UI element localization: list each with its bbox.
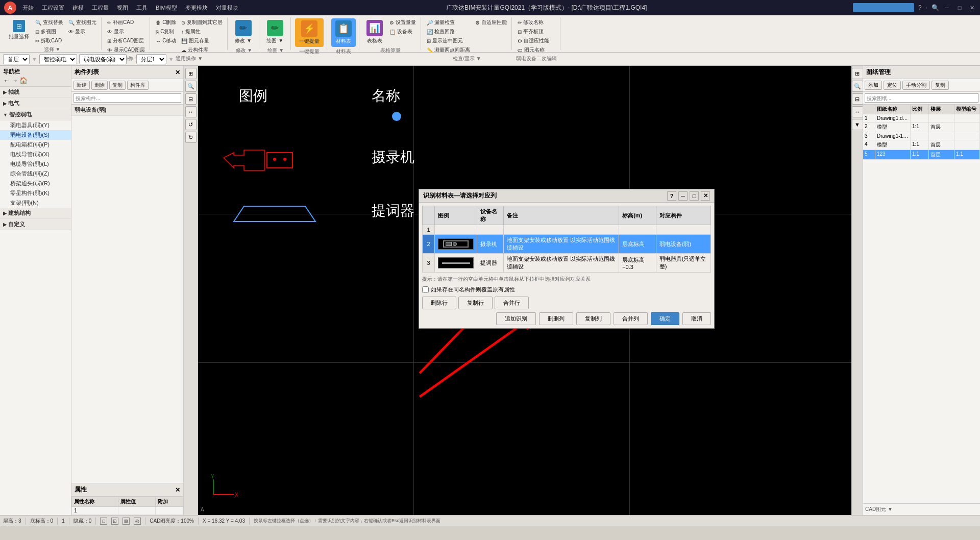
get-property-btn[interactable]: ↑提属性 — [180, 28, 224, 36]
sidebar-back-btn[interactable]: ← — [3, 77, 10, 84]
materials-btn[interactable]: 📋 材料表 — [331, 18, 356, 47]
c-copy-btn[interactable]: ⎘C复制 — [154, 28, 178, 36]
subcategory-select[interactable]: 弱电设备(弱) — [79, 54, 127, 64]
copy-drawing-btn[interactable]: 复制 — [932, 81, 949, 90]
find-element-btn[interactable]: 🔍查找图元 — [67, 18, 98, 27]
merge-col-btn[interactable]: 合并列 — [614, 312, 648, 325]
drawing-row-1[interactable]: 1 Drawing1.dwg — [863, 114, 980, 122]
add-recognize-btn[interactable]: 追加识别 — [496, 312, 536, 325]
cad-strip-btn-6[interactable]: ↻ — [185, 132, 197, 143]
search-btn[interactable]: 🔍 — [932, 4, 939, 11]
delete-col-btn[interactable]: 删删列 — [539, 312, 573, 325]
dialog-minimize-btn[interactable]: ─ — [678, 191, 688, 201]
c-move-btn[interactable]: ↔C移动 — [154, 37, 178, 45]
settings-btn[interactable]: · — [926, 4, 927, 11]
dialog-row-2[interactable]: 2 摄录机 地面支架安装或移动放置 以实际活动范围线缆辅设 层底标高 — [423, 235, 711, 254]
measure-dist-btn[interactable]: 📏测量两点间距离 — [425, 46, 472, 54]
copy-circle-btn[interactable]: ⊙复制圆到其它层 — [180, 18, 224, 27]
new-component-btn[interactable]: 新建 — [74, 81, 90, 90]
dialog-restore-btn[interactable]: □ — [690, 191, 699, 201]
menu-project[interactable]: 工程设置 — [40, 4, 66, 12]
sidebar-building[interactable]: ▶ 建筑结构 — [0, 208, 71, 219]
draw-btn[interactable]: ✏ 绘图 ▼ — [263, 18, 286, 46]
menu-compare[interactable]: 对量模块 — [214, 4, 240, 12]
sidebar-eq-s[interactable]: 弱电设备(弱)(S) — [0, 130, 71, 140]
menu-build[interactable]: 建模 — [70, 4, 86, 12]
element-name-btn[interactable]: 🏷图元名称 — [516, 46, 551, 54]
drawing-row-5[interactable]: 5 123 1:1 首层 1.1 — [863, 150, 980, 160]
cloud-lib-btn[interactable]: ☁云构件库 — [180, 46, 224, 54]
adaptive2-btn[interactable]: ⚙自适应性能 — [516, 37, 551, 45]
adaptive-btn[interactable]: ⚙自适应性能 — [474, 18, 508, 27]
sidebar-eq-k[interactable]: 零星构件(弱)(K) — [0, 188, 71, 198]
show-mid-btn[interactable]: ⊞显示连中图元 — [425, 37, 472, 45]
sidebar-home-btn[interactable]: 🏠 — [19, 77, 28, 84]
cad-strip-btn-3[interactable]: ⊟ — [185, 93, 197, 105]
find-replace-btn[interactable]: 🔍查找替换 — [34, 18, 65, 27]
element-store-btn[interactable]: 💾图元存量 — [180, 37, 224, 45]
user-area[interactable] — [853, 3, 914, 12]
copy-component-btn[interactable]: 复制 — [109, 81, 126, 90]
sidebar-eq-n[interactable]: 支架(弱)(N) — [0, 198, 71, 208]
category-select[interactable]: 智控弱电 — [39, 54, 77, 64]
confirm-btn[interactable]: 确定 — [651, 312, 679, 325]
sidebar-eq-x[interactable]: 电线导管(弱)(X) — [0, 150, 71, 159]
right-strip-btn-5[interactable]: ▼ — [852, 119, 863, 130]
device-table-btn[interactable]: 📋设备表 — [388, 28, 418, 36]
cad-strip-btn-2[interactable]: 🔍 — [185, 81, 197, 92]
c-delete-btn[interactable]: 🗑C删除 — [154, 18, 178, 27]
minimize-btn[interactable]: ─ — [943, 4, 951, 12]
show-layer-btn[interactable]: 👁显示 — [106, 28, 146, 36]
right-strip-btn-4[interactable]: ↔ — [852, 106, 863, 117]
drawing-row-2[interactable]: 2 模型 1:1 首层 — [863, 122, 980, 132]
modify-name-btn[interactable]: ✏修改名称 — [516, 18, 551, 27]
set-quantity-btn[interactable]: ⚙设置量量 — [388, 18, 418, 27]
sidebar-forward-btn[interactable]: → — [11, 77, 18, 84]
drawings-search-input[interactable] — [865, 93, 978, 103]
sidebar-custom[interactable]: ▶ 自定义 — [0, 219, 71, 230]
right-strip-btn-2[interactable]: 🔍 — [852, 81, 863, 92]
sidebar-electric[interactable]: ▶ 电气 — [0, 98, 71, 109]
sidebar-axis[interactable]: ▶ 轴线 — [0, 87, 71, 98]
delete-component-btn[interactable]: 删除 — [91, 81, 108, 90]
cancel-btn[interactable]: 取消 — [682, 312, 711, 325]
sidebar-smart[interactable]: ▼ 智控弱电 — [0, 109, 71, 120]
sidebar-eq-z[interactable]: 综合管线(弱)(Z) — [0, 169, 71, 179]
modify-btn[interactable]: ✏ 修改 ▼ — [232, 18, 255, 46]
batch-select-btn[interactable]: ⊞ 批量选择 — [6, 18, 32, 42]
props-close[interactable]: ✕ — [175, 486, 180, 494]
dialog-close-btn[interactable]: ✕ — [701, 191, 710, 201]
close-btn[interactable]: ✕ — [968, 4, 976, 12]
menu-bim[interactable]: BIM模型 — [154, 4, 179, 12]
sublayer-select[interactable]: 分层1 — [136, 54, 166, 64]
repaint-cad-btn[interactable]: ✏补画CAD — [106, 18, 146, 27]
status-icon-2[interactable]: ⊡ — [111, 518, 118, 525]
comp-search-input[interactable] — [74, 93, 181, 103]
dialog-row-1[interactable]: 1 — [423, 225, 711, 235]
multi-view-btn[interactable]: ⊟多视图 — [34, 28, 65, 36]
component-panel-close[interactable]: ✕ — [175, 69, 180, 76]
cad-strip-btn-5[interactable]: ↺ — [185, 119, 197, 130]
comp-category[interactable]: 弱电设备(弱) — [71, 105, 183, 116]
qtable-btn[interactable]: 📊 表格表 — [363, 18, 386, 46]
copy-col-btn[interactable]: 复制列 — [576, 312, 610, 325]
menu-quantity[interactable]: 工程量 — [90, 4, 111, 12]
menu-start[interactable]: 开始 — [20, 4, 36, 12]
show-btn[interactable]: 👁显示 — [67, 28, 98, 36]
status-icon-3[interactable]: ⊠ — [122, 518, 130, 525]
menu-view[interactable]: 视图 — [115, 4, 130, 12]
overwrite-checkbox[interactable] — [422, 286, 429, 293]
check-circuit-btn[interactable]: 🔄检查回路 — [425, 28, 472, 36]
onekey-btn[interactable]: ⚡ 一键提量 — [295, 18, 324, 47]
sidebar-eq-l[interactable]: 电缆导管(弱)(L) — [0, 159, 71, 169]
right-strip-btn-3[interactable]: ⊟ — [852, 93, 863, 105]
cad-strip-btn-1[interactable]: ⊞ — [185, 68, 197, 79]
analyze-cad-btn[interactable]: ⊞分析CAD图层 — [106, 37, 146, 45]
manual-split-btn[interactable]: 手动分割 — [902, 81, 930, 90]
merge-row-btn[interactable]: 合并行 — [495, 297, 529, 309]
sidebar-eq-r[interactable]: 桥架通头(弱)(R) — [0, 179, 71, 188]
sidebar-eq-p[interactable]: 配电箱柜(弱)(P) — [0, 140, 71, 150]
layer-select[interactable]: 首层 — [3, 54, 30, 64]
drawing-row-4[interactable]: 4 模型 1:1 首层 — [863, 140, 980, 150]
locate-drawing-btn[interactable]: 定位 — [884, 81, 901, 90]
